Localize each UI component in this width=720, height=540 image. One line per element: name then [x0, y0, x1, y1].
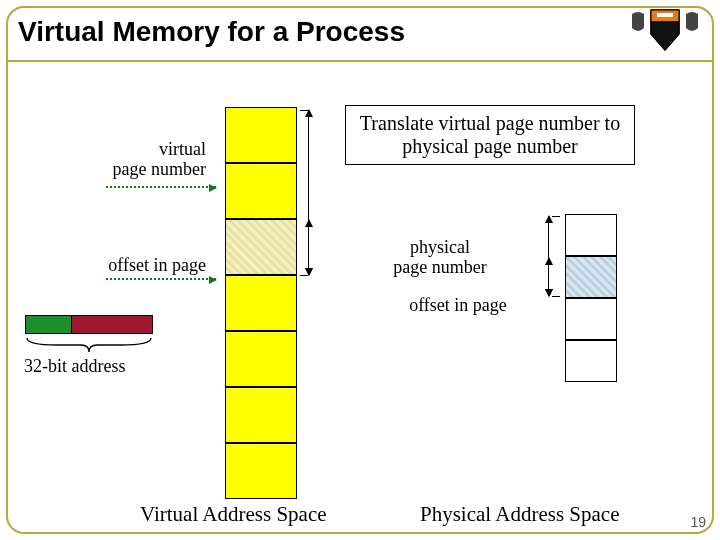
slide-number: 19 — [690, 514, 706, 530]
virtual-page-cell — [225, 443, 297, 499]
translate-caption-box: Translate virtual page number to physica… — [345, 105, 635, 165]
virtual-page-cell — [225, 387, 297, 443]
vpn-arrow — [106, 186, 216, 188]
virtual-space-caption: Virtual Address Space — [140, 502, 327, 527]
physical-frame-cell — [565, 340, 617, 382]
address-bits-bar — [25, 315, 153, 334]
vpn-label: virtual page number — [86, 140, 206, 180]
address-bits-vpn-segment — [26, 316, 72, 333]
virtual-page-cell — [225, 275, 297, 331]
tick — [300, 110, 308, 111]
ppn-label: physical page number — [380, 238, 500, 278]
offset-physical-range-icon — [548, 258, 549, 296]
tick — [552, 296, 560, 297]
offset-virtual-range-icon — [308, 220, 309, 275]
offset-virtual-label: offset in page — [86, 256, 206, 276]
offset-virtual-arrow — [106, 278, 216, 280]
address-bits-offset-segment — [72, 316, 152, 333]
physical-space-caption: Physical Address Space — [420, 502, 619, 527]
address-width-label: 32-bit address — [24, 356, 125, 377]
title-underline — [8, 60, 712, 62]
tick — [552, 216, 560, 217]
physical-address-column — [565, 214, 617, 382]
virtual-page-cell — [225, 163, 297, 219]
svg-rect-0 — [657, 13, 673, 17]
virtual-page-cell-selected — [225, 219, 297, 275]
offset-physical-label: offset in page — [398, 296, 518, 316]
curly-brace-icon — [25, 336, 153, 354]
physical-frame-cell — [565, 298, 617, 340]
princeton-shield-icon — [630, 8, 700, 54]
virtual-page-cell — [225, 107, 297, 163]
physical-frame-cell — [565, 214, 617, 256]
virtual-page-cell — [225, 331, 297, 387]
slide-title: Virtual Memory for a Process — [18, 16, 405, 48]
physical-frame-cell-selected — [565, 256, 617, 298]
virtual-address-column — [225, 107, 297, 499]
